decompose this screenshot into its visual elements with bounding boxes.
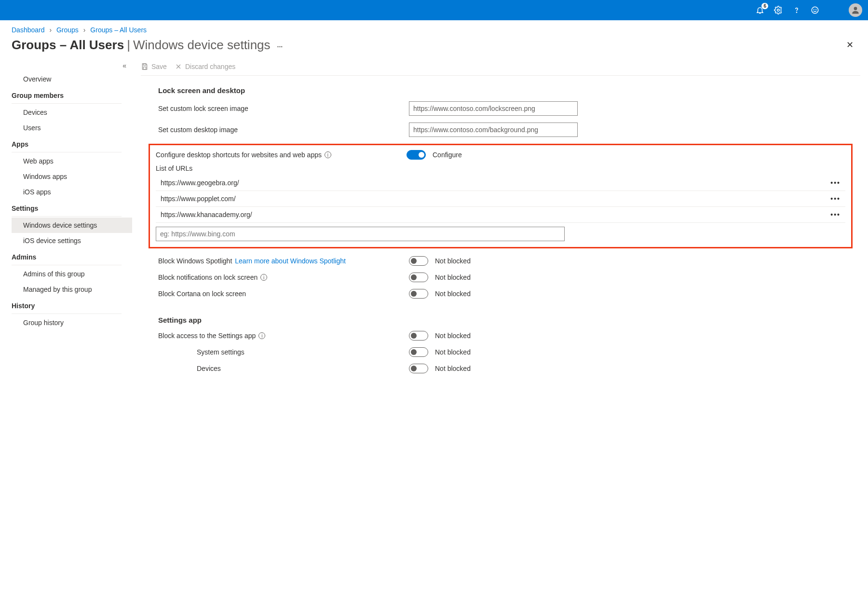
sidebar-item-ios-device-settings[interactable]: iOS device settings — [12, 233, 132, 248]
breadcrumb-separator: › — [49, 26, 52, 34]
shortcuts-label: Configure desktop shortcuts for websites… — [156, 151, 322, 159]
url-item-more-icon[interactable]: ••• — [830, 195, 843, 203]
save-button[interactable]: Save — [141, 63, 167, 70]
info-icon[interactable]: i — [260, 274, 267, 281]
sidebar-divider — [12, 216, 122, 217]
url-add-input[interactable] — [156, 227, 565, 241]
sidebar-divider — [12, 152, 122, 152]
cortana-label: Block Cortana on lock screen — [158, 290, 409, 298]
system-settings-toggle[interactable] — [409, 347, 428, 357]
notifications-icon[interactable]: 6 — [755, 5, 765, 15]
breadcrumb: Dashboard › Groups › Groups – All Users — [0, 20, 868, 37]
discard-icon — [175, 63, 182, 70]
desktop-image-label: Set custom desktop image — [158, 126, 409, 134]
sidebar-item-devices[interactable]: Devices — [12, 105, 132, 120]
system-settings-label: System settings — [158, 348, 409, 356]
notifications-toggle-label: Not blocked — [435, 273, 471, 281]
sidebar-item-admins-of-group[interactable]: Admins of this group — [12, 266, 132, 282]
shortcuts-toggle[interactable] — [407, 150, 426, 160]
svg-point-0 — [777, 9, 780, 12]
cortana-toggle-label: Not blocked — [435, 290, 471, 298]
sidebar-section-group-members: Group members — [12, 87, 132, 101]
breadcrumb-current[interactable]: Groups – All Users — [90, 26, 147, 34]
notification-badge: 6 — [761, 3, 768, 9]
sidebar-item-managed-by-group[interactable]: Managed by this group — [12, 282, 132, 297]
feedback-smiley-icon[interactable] — [810, 5, 820, 15]
settings-gear-icon[interactable] — [773, 5, 783, 15]
url-list: https://www.geogebra.org/ ••• https://ww… — [156, 175, 845, 241]
help-icon[interactable] — [792, 5, 801, 15]
notifications-toggle[interactable] — [409, 273, 428, 282]
lockscreen-image-label: Set custom lock screen image — [158, 105, 409, 112]
save-icon — [141, 63, 149, 70]
url-text: https://www.popplet.com/ — [161, 195, 236, 203]
block-access-label: Block access to the Settings app — [158, 332, 256, 340]
system-settings-toggle-label: Not blocked — [435, 348, 471, 356]
url-text: https://www.geogebra.org/ — [161, 179, 239, 187]
sidebar-divider — [12, 265, 122, 265]
url-list-label: List of URLs — [156, 164, 845, 172]
breadcrumb-dashboard[interactable]: Dashboard — [12, 26, 45, 34]
devices-settings-toggle[interactable] — [409, 364, 428, 373]
svg-point-2 — [812, 7, 818, 14]
lock-screen-heading: Lock screen and desktop — [158, 86, 853, 95]
info-icon[interactable]: i — [258, 332, 265, 339]
sidebar-item-ios-apps[interactable]: iOS apps — [12, 184, 132, 200]
sidebar-item-overview[interactable]: Overview — [12, 71, 132, 87]
devices-settings-toggle-label: Not blocked — [435, 365, 471, 372]
discard-button[interactable]: Discard changes — [175, 63, 235, 70]
block-access-toggle-label: Not blocked — [435, 332, 471, 340]
sidebar-section-apps: Apps — [12, 136, 132, 150]
breadcrumb-separator: › — [83, 26, 86, 34]
spotlight-label: Block Windows Spotlight — [158, 257, 232, 265]
lockscreen-image-input[interactable] — [409, 101, 578, 116]
spotlight-learn-link[interactable]: Learn more about Windows Spotlight — [235, 257, 346, 265]
account-avatar[interactable] — [849, 3, 862, 17]
sidebar-divider — [12, 103, 122, 104]
desktop-image-input[interactable] — [409, 123, 578, 137]
page-title-main: Groups – All Users — [12, 38, 124, 53]
url-item-more-icon[interactable]: ••• — [830, 211, 843, 218]
page-title-separator: | — [127, 38, 130, 53]
notifications-label: Block notifications on lock screen — [158, 273, 258, 281]
url-list-item: https://www.popplet.com/ ••• — [156, 191, 845, 207]
url-item-more-icon[interactable]: ••• — [830, 179, 843, 187]
shortcuts-toggle-label: Configure — [433, 151, 462, 159]
desktop-shortcuts-highlight: Configure desktop shortcuts for websites… — [149, 144, 853, 248]
sidebar-section-settings: Settings — [12, 200, 132, 214]
svg-point-4 — [816, 9, 816, 10]
save-label: Save — [151, 63, 167, 70]
sidebar-item-windows-apps[interactable]: Windows apps — [12, 169, 132, 184]
sidebar-collapse-icon[interactable]: « — [12, 62, 132, 69]
url-list-item: https://www.khanacademy.org/ ••• — [156, 207, 845, 223]
devices-settings-label: Devices — [158, 365, 409, 372]
url-text: https://www.khanacademy.org/ — [161, 211, 252, 218]
spotlight-toggle[interactable] — [409, 256, 428, 266]
sidebar: « Overview Group members Devices Users A… — [0, 59, 132, 380]
info-icon[interactable]: i — [325, 151, 331, 158]
svg-rect-7 — [143, 67, 146, 69]
block-access-toggle[interactable] — [409, 331, 428, 341]
sidebar-item-users[interactable]: Users — [12, 120, 132, 136]
svg-point-1 — [796, 12, 797, 13]
url-list-item: https://www.geogebra.org/ ••• — [156, 175, 845, 191]
sidebar-item-group-history[interactable]: Group history — [12, 315, 132, 330]
svg-point-5 — [854, 7, 857, 10]
discard-label: Discard changes — [185, 63, 235, 70]
close-blade-button[interactable]: ✕ — [843, 37, 856, 53]
sidebar-item-web-apps[interactable]: Web apps — [12, 153, 132, 169]
global-header: 6 — [0, 0, 868, 20]
spotlight-toggle-label: Not blocked — [435, 257, 471, 265]
sidebar-item-windows-device-settings[interactable]: Windows device settings — [12, 218, 132, 233]
cortana-toggle[interactable] — [409, 289, 428, 299]
sidebar-divider — [12, 314, 122, 314]
page-title-sub: Windows device settings — [133, 38, 271, 53]
sidebar-section-admins: Admins — [12, 248, 132, 263]
page-title-more-icon[interactable]: ··· — [277, 43, 283, 51]
svg-rect-6 — [143, 64, 146, 65]
page-header: Groups – All Users | Windows device sett… — [0, 37, 868, 59]
settings-app-heading: Settings app — [158, 316, 853, 324]
svg-point-3 — [814, 9, 814, 10]
breadcrumb-groups[interactable]: Groups — [56, 26, 79, 34]
main-content: Save Discard changes Lock screen and des… — [132, 59, 868, 380]
